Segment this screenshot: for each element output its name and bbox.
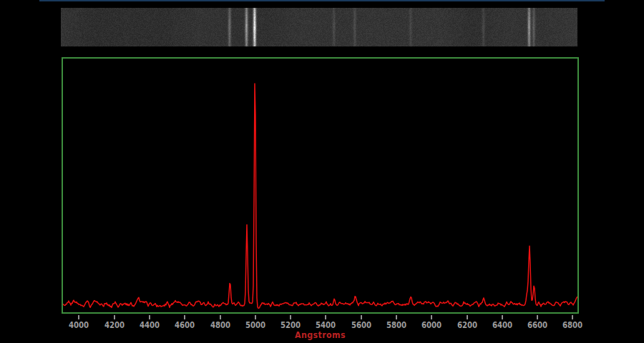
x-axis-tick-label: 5800 [384,319,409,330]
x-axis-tick-label: 6600 [525,319,550,330]
x-axis-tick-label: 4000 [67,319,91,330]
x-axis-tick-label: 4600 [172,319,197,330]
x-axis-tick-label: 6200 [454,319,479,330]
x-axis-tick-label: 6800 [560,319,585,330]
spectrum-1d-plot[interactable] [62,57,579,314]
x-axis-tick-label: 5400 [313,319,338,330]
spectrum-trace [63,59,577,312]
spectrum-2d-strip[interactable] [61,8,577,46]
x-axis-label: Angstroms [100,329,540,340]
x-axis-tick-label: 6000 [419,319,444,330]
x-axis-tick-label: 6400 [490,319,514,330]
window-top-edge [39,0,605,1]
x-axis-tick-label: 5200 [278,319,303,330]
x-axis-tick-label: 4200 [102,319,127,330]
spectrum-viewer-window: 4000420044004600480050005200540056005800… [0,0,644,343]
x-axis-tick-label: 5000 [243,319,268,330]
x-axis-tick-label: 4800 [208,319,232,330]
x-axis-tick-label: 5600 [348,319,373,330]
x-axis-tick-label: 4400 [137,319,162,330]
